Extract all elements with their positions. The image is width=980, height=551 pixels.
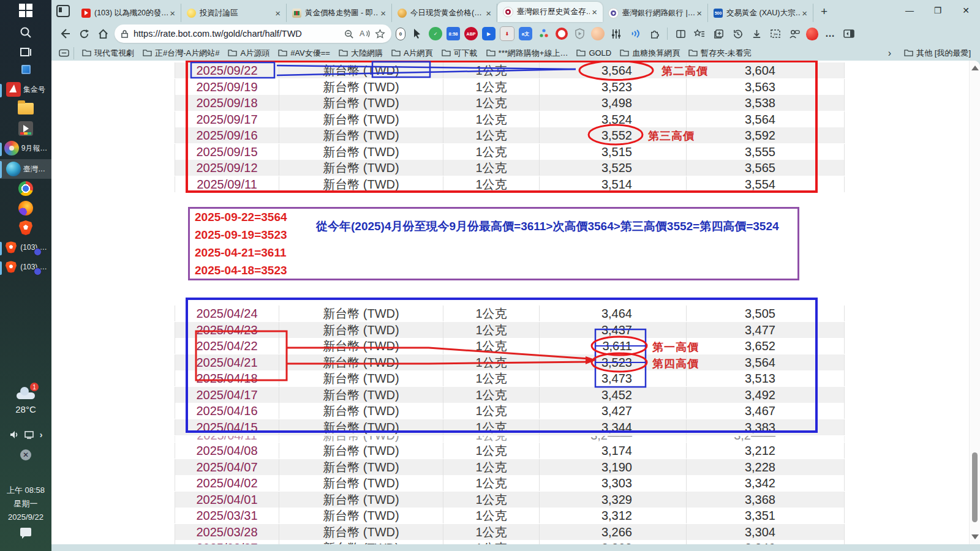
- shield-play-extension-icon[interactable]: [572, 26, 587, 41]
- split-screen-button[interactable]: [673, 26, 688, 41]
- date-link-cell[interactable]: 2025/04/24: [175, 305, 279, 321]
- action-center-button[interactable]: [0, 528, 51, 536]
- collections-button[interactable]: [711, 26, 726, 41]
- running-app-brave-window-1[interactable]: (103) …: [0, 240, 51, 255]
- brave-button[interactable]: [0, 220, 51, 235]
- browser-tab[interactable]: 投資討論區×: [181, 4, 287, 22]
- date-link-cell[interactable]: 2025/04/11: [175, 436, 279, 442]
- bookmark-folder[interactable]: 大陸網購: [334, 48, 387, 59]
- chrome-button[interactable]: [0, 181, 51, 196]
- bookmark-folder[interactable]: 血糖換算網頁: [616, 48, 684, 59]
- favorite-star-icon[interactable]: [375, 29, 385, 39]
- downloads-button[interactable]: [749, 26, 764, 41]
- active-app-taiwan-browser[interactable]: 臺灣…: [0, 159, 51, 179]
- scrollbar-thumb[interactable]: [972, 452, 978, 522]
- settings-more-button[interactable]: …: [823, 26, 837, 41]
- browser-tab[interactable]: 黃金價格走勢圖 - 即…×: [287, 4, 392, 22]
- date-link-cell[interactable]: 2025/04/22: [175, 338, 279, 354]
- close-button[interactable]: ✕: [952, 0, 980, 21]
- scroll-up-arrow-icon[interactable]: [971, 66, 979, 70]
- clock-time[interactable]: 上午 08:58: [0, 484, 51, 497]
- extension-shape-icon[interactable]: [647, 26, 662, 41]
- date-link-cell[interactable]: 2025/04/08: [175, 443, 279, 459]
- date-link-cell[interactable]: 2025/09/11: [175, 176, 279, 192]
- taskbar-search-button[interactable]: [0, 26, 51, 39]
- task-view-button[interactable]: [0, 45, 51, 59]
- date-link-cell[interactable]: 2025/04/17: [175, 387, 279, 403]
- adblock-plus-icon[interactable]: ABP: [464, 27, 478, 40]
- bookmark-folder[interactable]: 可下載: [437, 48, 482, 59]
- weather-widget[interactable]: 1: [0, 387, 51, 399]
- date-link-cell[interactable]: 2025/09/12: [175, 160, 279, 176]
- running-app-brave-window-2[interactable]: (103) …: [0, 260, 51, 274]
- apple-extension-icon[interactable]: [806, 28, 818, 40]
- bookmark-folder[interactable]: 暫存夾-未看完: [684, 48, 755, 59]
- pinned-app-photos[interactable]: [0, 65, 51, 74]
- bookmark-folder[interactable]: ***網路購物+線上…: [482, 48, 573, 59]
- browser-tab[interactable]: (103) 以為殲20的發…×: [76, 4, 181, 22]
- bookmark-folder[interactable]: 正#台灣-A片網站#: [138, 48, 224, 59]
- avatar-extension-icon[interactable]: [591, 27, 605, 40]
- scroll-down-arrow-icon[interactable]: [971, 534, 979, 539]
- running-app-jijinhao[interactable]: 集金号: [0, 82, 51, 97]
- read-aloud-icon[interactable]: A: [359, 29, 370, 39]
- tab-close-icon[interactable]: ×: [800, 8, 809, 18]
- browser-tab[interactable]: 臺灣銀行網路銀行 |…×: [603, 4, 708, 22]
- google-dots-extension-icon[interactable]: [537, 26, 551, 41]
- pointer-extension-icon[interactable]: [410, 26, 424, 41]
- profile-button[interactable]: [787, 26, 802, 41]
- system-tray[interactable]: ›: [0, 430, 51, 440]
- date-link-cell[interactable]: 2025/04/01: [175, 492, 279, 508]
- equalizer-extension-icon[interactable]: [609, 26, 624, 41]
- date-link-cell[interactable]: 2025/04/15: [175, 419, 279, 435]
- page-scrollbar[interactable]: [969, 61, 980, 544]
- date-link-cell[interactable]: 2025/04/18: [175, 370, 279, 386]
- browser-tab[interactable]: 今日现货黄金价格(…×: [392, 4, 497, 22]
- tab-close-icon[interactable]: ×: [379, 8, 388, 18]
- bookmark-folder[interactable]: A片源頭: [224, 48, 274, 59]
- bookmark-folder[interactable]: A片網頁: [387, 48, 437, 59]
- running-app-report[interactable]: 9月報…: [0, 141, 51, 156]
- home-button[interactable]: [96, 26, 110, 41]
- counter-extension-icon[interactable]: 0: [396, 28, 405, 40]
- tab-workspace-icon[interactable]: [56, 5, 70, 17]
- date-link-cell[interactable]: 2025/09/15: [175, 144, 279, 160]
- sidebar-toggle-button[interactable]: [842, 26, 856, 41]
- bookmarks-overflow-chevron[interactable]: ›: [888, 48, 891, 59]
- date-link-cell[interactable]: 2025/04/16: [175, 403, 279, 419]
- tab-close-icon[interactable]: ×: [484, 8, 493, 18]
- tab-close-icon[interactable]: ×: [590, 7, 599, 17]
- date-link-cell[interactable]: 2025/09/16: [175, 127, 279, 143]
- screenshot-button[interactable]: ✂: [768, 26, 783, 41]
- date-link-cell[interactable]: 2025/03/27: [175, 540, 279, 544]
- history-button[interactable]: [730, 26, 745, 41]
- date-link-cell[interactable]: 2025/03/28: [175, 524, 279, 540]
- opera-extension-icon[interactable]: [556, 28, 568, 40]
- favorites-button[interactable]: [692, 26, 707, 41]
- refresh-button[interactable]: [77, 26, 91, 41]
- minimize-button[interactable]: —: [895, 0, 924, 21]
- bookmark-folder[interactable]: #AV女優==: [274, 48, 334, 59]
- shield-check-extension-icon[interactable]: ✓: [429, 27, 442, 40]
- back-button[interactable]: [58, 26, 72, 41]
- url-text[interactable]: https://rate.bot.com.tw/gold/chart/half/…: [134, 29, 339, 39]
- date-link-cell[interactable]: 2025/04/21: [175, 354, 279, 370]
- bookmark-folder[interactable]: GOLD: [572, 48, 616, 58]
- other-favorites-folder[interactable]: 其他 [我的最愛]: [900, 48, 975, 59]
- browser-tab[interactable]: 500交易黃金 (XAU)大宗…×: [708, 4, 813, 22]
- zoom-out-icon[interactable]: [344, 29, 354, 39]
- media-player-button[interactable]: [0, 121, 51, 136]
- idm-extension-icon[interactable]: ⬇: [500, 26, 514, 41]
- tab-close-icon[interactable]: ×: [695, 8, 704, 18]
- firefox-button[interactable]: [0, 201, 51, 216]
- address-bar[interactable]: https://rate.bot.com.tw/gold/chart/half/…: [115, 24, 391, 43]
- notification-dismiss[interactable]: ✕: [0, 449, 51, 460]
- date-link-cell[interactable]: 2025/09/18: [175, 95, 279, 111]
- tray-expand-chevron[interactable]: ›: [40, 430, 43, 440]
- new-tab-button[interactable]: +: [821, 5, 827, 18]
- tab-close-icon[interactable]: ×: [273, 8, 282, 18]
- maximize-button[interactable]: ❐: [924, 0, 952, 21]
- reading-list-icon[interactable]: [58, 46, 70, 61]
- bookmark-folder[interactable]: 現代電視劇: [78, 48, 138, 59]
- stock-timer-extension-icon[interactable]: 8:58: [447, 27, 460, 40]
